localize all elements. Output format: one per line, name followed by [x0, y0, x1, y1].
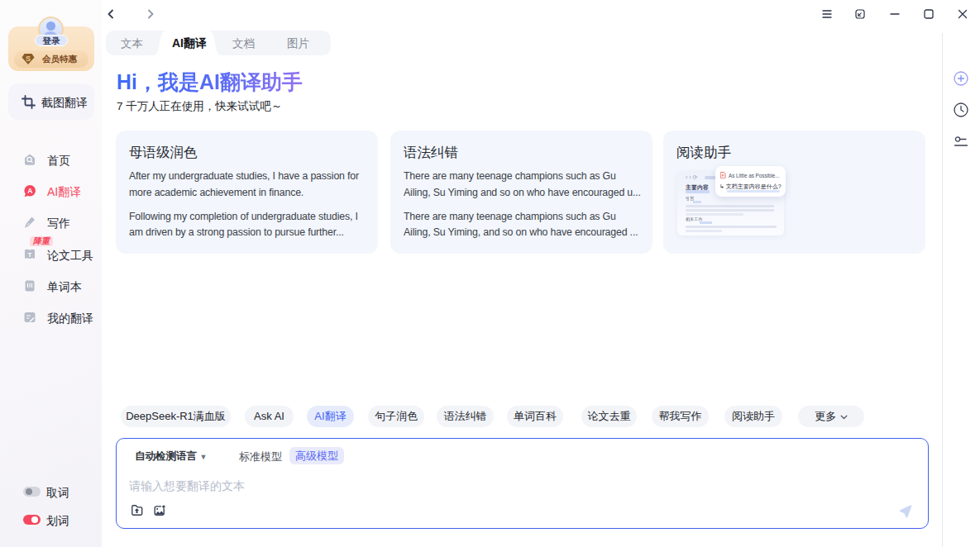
svg-text:T: T	[28, 251, 32, 259]
svg-text:P: P	[722, 174, 724, 178]
svg-text:A: A	[27, 187, 32, 195]
svg-text:S: S	[26, 55, 31, 63]
